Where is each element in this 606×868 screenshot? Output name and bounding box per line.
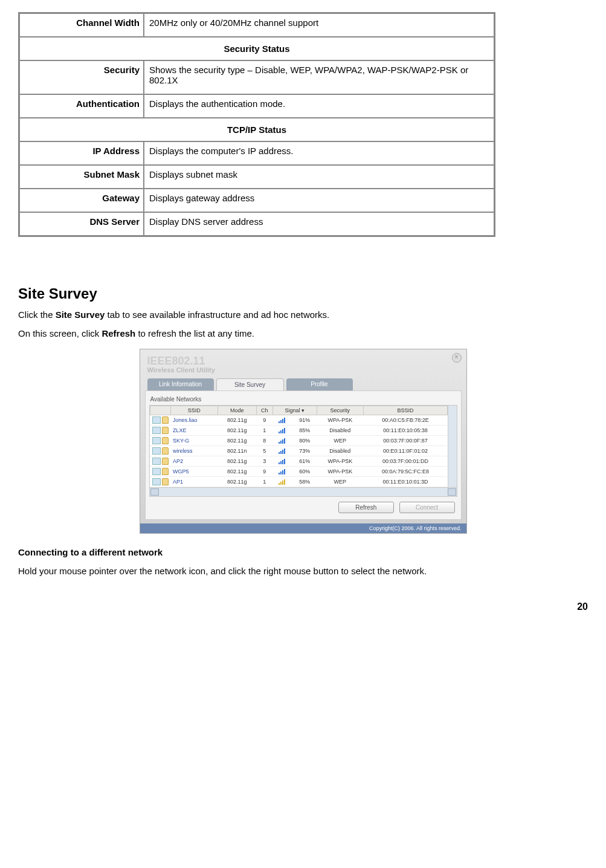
col-bssid[interactable]: BSSID bbox=[364, 406, 448, 415]
paragraph: Hold your mouse pointer over the network… bbox=[18, 565, 588, 577]
cell-security: WEP bbox=[317, 477, 363, 487]
horizontal-scrollbar[interactable] bbox=[149, 488, 457, 497]
row-value: Displays the authentication mode. bbox=[144, 95, 494, 117]
network-row[interactable]: WGP5802.11g960%WPA-PSK00:0A:79:5C:FC:E8 bbox=[150, 467, 447, 477]
cell-signal: 73% bbox=[293, 446, 317, 456]
cell-mode: 802.11g bbox=[218, 426, 257, 436]
cell-security: WEP bbox=[317, 436, 363, 446]
cell-bssid: 00:03:7F:00:0F:87 bbox=[364, 436, 448, 446]
cell-signal: 85% bbox=[293, 426, 317, 436]
network-icon bbox=[150, 456, 170, 467]
network-row[interactable]: ZLXE802.11g185%Disabled00:11:E0:10:05:38 bbox=[150, 426, 447, 436]
network-row[interactable]: AP2802.11g361%WPA-PSK00:03:7F:00:01:DD bbox=[150, 456, 447, 467]
network-row[interactable]: AP1802.11g158%WEP00:11:E0:10:01:3D bbox=[150, 477, 447, 487]
network-row[interactable]: SKY-G802.11g880%WEP00:03:7F:00:0F:87 bbox=[150, 436, 447, 446]
table-row: Gateway Displays gateway address bbox=[20, 189, 494, 212]
cell-security: WPA-PSK bbox=[317, 467, 363, 477]
refresh-button[interactable]: Refresh bbox=[338, 502, 394, 513]
cell-ssid: ZLXE bbox=[170, 426, 218, 436]
lock-icon bbox=[162, 416, 169, 424]
paragraph: On this screen, click Refresh to refresh… bbox=[18, 327, 588, 340]
col-mode[interactable]: Mode bbox=[218, 406, 257, 415]
connect-button[interactable]: Connect bbox=[399, 502, 455, 513]
network-icon bbox=[150, 446, 170, 456]
paragraph: Click the Site Survey tab to see availab… bbox=[18, 308, 588, 321]
network-table: SSID Mode Ch Signal ▾ Security BSSID Jon… bbox=[150, 406, 448, 487]
row-label: Channel Width bbox=[20, 14, 143, 36]
row-label: IP Address bbox=[20, 142, 143, 164]
app-subtitle: Wireless Client Utility bbox=[147, 366, 459, 374]
cell-mode: 802.11n bbox=[218, 446, 257, 456]
signal-bars-icon bbox=[272, 467, 292, 477]
cell-bssid: 00:E0:11:0F:01:02 bbox=[364, 446, 448, 456]
cell-signal: 80% bbox=[293, 436, 317, 446]
cell-ssid: WGP5 bbox=[170, 467, 218, 477]
network-icon bbox=[150, 426, 170, 436]
cell-mode: 802.11g bbox=[218, 456, 257, 467]
cell-ch: 3 bbox=[256, 456, 272, 467]
page-number: 20 bbox=[18, 601, 588, 612]
cell-ch: 1 bbox=[256, 477, 272, 487]
col-signal[interactable]: Signal ▾ bbox=[272, 406, 317, 415]
row-value: Displays the computer's IP address. bbox=[144, 142, 494, 164]
tab-link-information[interactable]: Link Information bbox=[147, 378, 214, 390]
button-row: Refresh Connect bbox=[149, 497, 457, 513]
signal-bars-icon bbox=[272, 446, 292, 456]
network-row[interactable]: Jones.liao802.11g991%WPA-PSK00:A0:C5:FB:… bbox=[150, 415, 447, 426]
col-security[interactable]: Security bbox=[317, 406, 363, 415]
cell-bssid: 00:03:7F:00:01:DD bbox=[364, 456, 448, 467]
network-row[interactable]: wireless802.11n573%Disabled00:E0:11:0F:0… bbox=[150, 446, 447, 456]
row-label: Authentication bbox=[20, 95, 143, 117]
tab-profile[interactable]: Profile bbox=[286, 378, 353, 390]
cell-ssid: AP1 bbox=[170, 477, 218, 487]
row-label: Security bbox=[20, 61, 143, 94]
cell-ssid: Jones.liao bbox=[170, 415, 218, 426]
status-table: Channel Width 20MHz only or 40/20MHz cha… bbox=[18, 12, 495, 237]
cell-mode: 802.11g bbox=[218, 467, 257, 477]
tab-bar: Link Information Site Survey Profile bbox=[140, 378, 466, 390]
table-row: DNS Server Display DNS server address bbox=[20, 213, 494, 235]
network-table-wrap: SSID Mode Ch Signal ▾ Security BSSID Jon… bbox=[149, 405, 457, 488]
close-icon[interactable]: × bbox=[452, 353, 462, 363]
cell-security: WPA-PSK bbox=[317, 456, 363, 467]
signal-bars-icon bbox=[272, 477, 292, 487]
row-value: 20MHz only or 40/20MHz channel support bbox=[144, 14, 494, 36]
signal-bars-icon bbox=[272, 415, 292, 426]
tab-site-survey[interactable]: Site Survey bbox=[216, 378, 284, 390]
col-icon[interactable] bbox=[150, 406, 170, 415]
cell-ssid: SKY-G bbox=[170, 436, 218, 446]
cell-security: Disabled bbox=[317, 426, 363, 436]
signal-bars-icon bbox=[272, 456, 292, 467]
row-label: Gateway bbox=[20, 189, 143, 212]
table-row: IP Address Displays the computer's IP ad… bbox=[20, 142, 494, 164]
row-value: Displays gateway address bbox=[144, 189, 494, 212]
vertical-scrollbar[interactable] bbox=[448, 406, 457, 487]
cell-security: Disabled bbox=[317, 446, 363, 456]
cell-bssid: 00:11:E0:10:05:38 bbox=[364, 426, 448, 436]
section-header: Security Status bbox=[20, 37, 494, 60]
cell-ch: 9 bbox=[256, 415, 272, 426]
table-row: Channel Width 20MHz only or 40/20MHz cha… bbox=[20, 14, 494, 36]
cell-ch: 8 bbox=[256, 436, 272, 446]
table-row: Security Shows the security type – Disab… bbox=[20, 61, 494, 94]
signal-bars-icon bbox=[272, 436, 292, 446]
lock-icon bbox=[162, 437, 169, 444]
lock-icon bbox=[162, 478, 169, 485]
cell-ch: 5 bbox=[256, 446, 272, 456]
app-body: Available Networks SSID Mode Ch Signal ▾… bbox=[145, 390, 462, 520]
cell-bssid: 00:0A:79:5C:FC:E8 bbox=[364, 467, 448, 477]
row-value: Display DNS server address bbox=[144, 213, 494, 235]
col-ssid[interactable]: SSID bbox=[170, 406, 218, 415]
section-header: TCP/IP Status bbox=[20, 118, 494, 141]
col-ch[interactable]: Ch bbox=[256, 406, 272, 415]
available-networks-label: Available Networks bbox=[150, 396, 457, 403]
cell-mode: 802.11g bbox=[218, 436, 257, 446]
cell-signal: 60% bbox=[293, 467, 317, 477]
app-footer: Copyright(C) 2006. All rights reserved. bbox=[140, 523, 466, 533]
row-label: DNS Server bbox=[20, 213, 143, 235]
network-icon bbox=[150, 477, 170, 487]
wireless-utility-window: × IEEE802.11 Wireless Client Utility Lin… bbox=[140, 349, 467, 534]
row-value: Shows the security type – Disable, WEP, … bbox=[144, 61, 494, 94]
cell-security: WPA-PSK bbox=[317, 415, 363, 426]
lock-icon bbox=[162, 458, 169, 465]
